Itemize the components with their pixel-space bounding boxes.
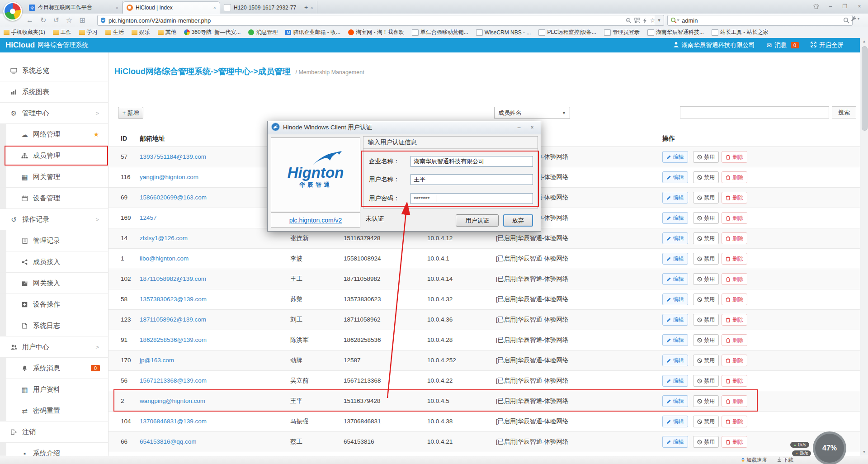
bookmark-item[interactable]: 站长工具 - 站长之家: [712, 28, 769, 36]
delete-button[interactable]: 删除: [722, 355, 747, 366]
edit-button[interactable]: 编辑: [662, 253, 688, 265]
bookmark-item[interactable]: PLC远程监控|设备...: [538, 28, 596, 36]
edit-button[interactable]: 编辑: [662, 212, 688, 224]
browser-logo[interactable]: [3, 2, 22, 21]
favorites-star-icon[interactable]: ☆: [66, 16, 72, 24]
sidebar-item-gateway-access[interactable]: 网关接入: [0, 273, 108, 294]
delete-button[interactable]: 删除: [722, 334, 747, 346]
disable-button[interactable]: 禁用: [693, 192, 719, 204]
sidebar-item-user-profile[interactable]: ▦用户资料: [0, 379, 108, 400]
zoom-out-icon[interactable]: [626, 18, 632, 24]
sidebar-item-device-mgmt[interactable]: 设备管理: [0, 188, 108, 209]
bookmark-item[interactable]: 消息管理: [248, 28, 278, 36]
delete-button[interactable]: 删除: [722, 416, 747, 427]
edit-button[interactable]: 编辑: [662, 314, 688, 326]
skin-icon[interactable]: [810, 2, 822, 11]
disable-button[interactable]: 禁用: [693, 171, 719, 183]
sidebar-item-logout[interactable]: 注销: [0, 421, 108, 443]
sidebar-item-member-access[interactable]: 成员接入: [0, 251, 108, 273]
bookmark-item[interactable]: 淘宝网 - 淘！我喜欢: [348, 28, 404, 36]
tab-close-icon[interactable]: ×: [116, 5, 118, 10]
bookmark-item[interactable]: 娱乐: [132, 28, 150, 36]
disable-button[interactable]: 禁用: [693, 355, 719, 366]
bookmark-item[interactable]: 管理员登录: [604, 28, 640, 36]
member-search-input[interactable]: [680, 106, 829, 118]
disable-button[interactable]: 禁用: [693, 375, 719, 387]
edit-button[interactable]: 编辑: [662, 171, 688, 183]
member-email-link[interactable]: 13937551184@139.com: [140, 147, 206, 167]
bookmark-item[interactable]: 手机收藏夹(1): [4, 28, 45, 36]
delete-button[interactable]: 删除: [722, 151, 747, 163]
bookmark-item[interactable]: 生活: [105, 28, 124, 36]
sidebar-item-user-center[interactable]: 用户中心>: [0, 336, 108, 358]
dialog-minimize-button[interactable]: –: [514, 123, 524, 132]
disable-button[interactable]: 禁用: [693, 314, 719, 326]
load-speed-item[interactable]: 加载速度: [741, 457, 767, 464]
bookmark-item[interactable]: 学习: [79, 28, 98, 36]
edit-button[interactable]: 编辑: [662, 232, 688, 244]
disable-button[interactable]: 禁用: [693, 416, 719, 427]
delete-button[interactable]: 删除: [722, 375, 747, 387]
member-email-link[interactable]: 13706846831@139.com: [140, 412, 207, 431]
disable-button[interactable]: 禁用: [693, 253, 719, 265]
bookmark-item[interactable]: 360导航_新—代安...: [184, 28, 241, 36]
member-email-link[interactable]: jp@163.com: [140, 350, 174, 370]
tools-wrench-icon[interactable]: ▾: [851, 16, 859, 22]
delete-button[interactable]: 删除: [722, 171, 747, 183]
delete-button[interactable]: 删除: [722, 273, 747, 285]
disable-button[interactable]: 禁用: [693, 151, 719, 163]
edit-button[interactable]: 编辑: [662, 355, 688, 366]
url-text[interactable]: plc.hignton.com/V2/admin-member.php: [108, 17, 623, 24]
bookmark-item[interactable]: M腾讯企业邮箱 - 收...: [285, 28, 340, 36]
history-icon[interactable]: ↺: [53, 16, 59, 24]
minimize-button[interactable]: –: [825, 2, 836, 11]
authenticate-button[interactable]: 用户认证: [456, 214, 499, 227]
disable-button[interactable]: 禁用: [693, 212, 719, 224]
delete-button[interactable]: 删除: [722, 253, 747, 265]
member-email-link[interactable]: zlxlsy1@126.com: [140, 228, 188, 248]
edit-button[interactable]: 编辑: [662, 436, 688, 448]
sidebar-item-overview[interactable]: 系统总览: [0, 60, 108, 81]
dialog-close-button[interactable]: ×: [527, 123, 537, 132]
search-engine-icon[interactable]: [670, 17, 679, 24]
member-email-link[interactable]: 18711058962@139.com: [140, 310, 206, 330]
speed-widget[interactable]: ▲0k/s ▼0k/s 47%: [790, 430, 868, 464]
edit-button[interactable]: 编辑: [662, 334, 688, 346]
sidebar-item-system-logs[interactable]: 系统日志: [0, 315, 108, 336]
member-email-link[interactable]: 13573830623@139.com: [140, 289, 207, 309]
disable-button[interactable]: 禁用: [693, 436, 719, 448]
company-menu[interactable]: 湖南华辰智通科技有限公司: [673, 41, 755, 49]
scroll-up-icon[interactable]: ▲: [860, 38, 868, 45]
hignton-site-link[interactable]: plc.hignton.com/v2: [289, 217, 342, 224]
tab-jinmubiao[interactable]: 今 今目标互联网工作平台 ×: [25, 1, 123, 14]
bookmark-item[interactable]: 湖南华辰智通科技...: [647, 28, 704, 36]
site-shield-icon[interactable]: [100, 17, 106, 24]
edit-button[interactable]: 编辑: [662, 416, 688, 427]
disable-button[interactable]: 禁用: [693, 273, 719, 285]
edit-button[interactable]: 编辑: [662, 273, 688, 285]
dialog-title-bar[interactable]: Hinode Windows Client 用户认证 – ×: [268, 121, 541, 134]
delete-button[interactable]: 删除: [722, 192, 747, 204]
delete-button[interactable]: 删除: [722, 294, 747, 305]
delete-button[interactable]: 删除: [722, 232, 747, 244]
add-member-button[interactable]: + 新增: [118, 107, 143, 119]
edit-button[interactable]: 编辑: [662, 151, 688, 163]
back-icon[interactable]: ←: [26, 16, 33, 24]
sidebar-item-password-reset[interactable]: ⇄密码重置: [0, 400, 108, 421]
edit-button[interactable]: 编辑: [662, 294, 688, 305]
disable-button[interactable]: 禁用: [693, 232, 719, 244]
sidebar-item-system-messages[interactable]: 系统消息0: [0, 358, 108, 379]
sidebar-item-device-ops[interactable]: 设备操作: [0, 294, 108, 315]
bookmark-item[interactable]: 单仁合强移动营销...: [412, 28, 468, 36]
edit-button[interactable]: 编辑: [662, 192, 688, 204]
url-dropdown-caret[interactable]: ▼: [655, 15, 664, 26]
filter-select[interactable]: 成员姓名 ▼: [494, 107, 570, 119]
refresh-icon[interactable]: ↻: [40, 16, 46, 24]
search-query-text[interactable]: admin: [682, 17, 841, 24]
close-button[interactable]: ×: [854, 2, 865, 11]
member-email-link[interactable]: libo@hignton.com: [140, 249, 189, 269]
sidebar-item-gateway-mgmt[interactable]: ▦网关管理: [0, 166, 108, 188]
cancel-button[interactable]: 放弃: [503, 214, 533, 227]
apps-grid-icon[interactable]: ⊞: [79, 16, 85, 24]
bookmark-item[interactable]: WiseCRM NBS - ...: [476, 29, 531, 36]
